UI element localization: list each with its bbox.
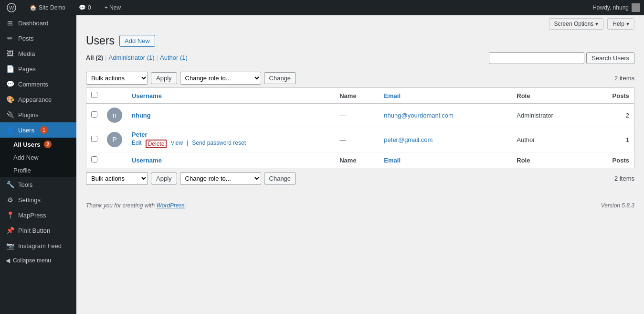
- sidebar-item-users[interactable]: 👤 Users 1: [0, 122, 76, 138]
- peter-email-link[interactable]: peter@gmail.com: [384, 136, 433, 143]
- posts-icon: ✏: [6, 34, 14, 42]
- email-sort-link[interactable]: Email: [384, 92, 401, 99]
- table-row: n nhung — nhung@yourdomani.com Administr…: [86, 104, 634, 127]
- peter-edit-link[interactable]: Edit: [132, 140, 142, 148]
- peter-name-link[interactable]: Peter: [132, 131, 148, 138]
- layout: ⊞ Dashboard ✏ Posts 🖼 Media 📄 Pages 💬 Co…: [0, 15, 644, 314]
- filter-links: All (2) | Administrator (1) | Author (1): [86, 54, 188, 61]
- sidebar-item-comments[interactable]: 💬 Comments: [0, 76, 76, 92]
- footer-thank-you: Thank you for creating with WordPress.: [86, 202, 186, 209]
- change-button-bottom[interactable]: Change: [264, 173, 296, 184]
- user-avatar-topbar[interactable]: [632, 3, 640, 12]
- select-all-checkbox[interactable]: [91, 92, 97, 98]
- chevron-down-icon: ▾: [595, 21, 598, 27]
- sidebar-item-plugins[interactable]: 🔌 Plugins: [0, 107, 76, 122]
- collapse-menu-button[interactable]: ◀ Collapse menu: [0, 253, 76, 268]
- th-avatar: [102, 88, 127, 104]
- apply-button-bottom[interactable]: Apply: [151, 173, 177, 184]
- sidebar-item-instagram[interactable]: 📷 Instagram Feed: [0, 238, 76, 253]
- help-button[interactable]: Help ▾: [607, 18, 634, 30]
- row-checkbox-peter: [86, 127, 103, 152]
- comments-sidebar-icon: 💬: [6, 80, 14, 88]
- th-name: Name: [335, 88, 379, 104]
- sidebar-item-settings[interactable]: ⚙ Settings: [0, 192, 76, 207]
- add-new-button[interactable]: Add New: [119, 35, 155, 47]
- appearance-icon: 🎨: [6, 96, 14, 103]
- sidebar-item-media[interactable]: 🖼 Media: [0, 46, 76, 61]
- change-role-select-top[interactable]: Change role to...: [180, 72, 261, 85]
- peter-delete-link[interactable]: Delete: [146, 140, 167, 148]
- sidebar-item-appearance[interactable]: 🎨 Appearance: [0, 92, 76, 107]
- top-bar-right: Howdy, nhung: [592, 3, 640, 12]
- sidebar-sub-item-profile[interactable]: Profile: [0, 164, 76, 177]
- search-users-input[interactable]: [489, 52, 584, 64]
- mappress-icon: 📍: [6, 211, 14, 219]
- apply-button-top[interactable]: Apply: [151, 72, 177, 84]
- sidebar-item-posts[interactable]: ✏ Posts: [0, 31, 76, 46]
- posts-nhung: 2: [590, 104, 634, 127]
- sidebar-item-pinit[interactable]: 📌 PinIt Button: [0, 223, 76, 238]
- site-name-link[interactable]: 🏠 Site Demo: [27, 4, 68, 11]
- instagram-icon: 📷: [6, 242, 14, 249]
- nhung-name-link[interactable]: nhung: [132, 112, 151, 119]
- role-peter: Author: [512, 127, 589, 152]
- users-table: Username Name Email Role Posts n: [86, 87, 634, 168]
- username-sort-link[interactable]: Username: [132, 92, 162, 99]
- filter-administrator[interactable]: Administrator (1): [109, 54, 155, 61]
- change-button-top[interactable]: Change: [264, 72, 296, 84]
- select-peter-checkbox[interactable]: [91, 136, 97, 142]
- th-posts: Posts: [590, 88, 634, 104]
- email-sort-link-bottom[interactable]: Email: [384, 157, 401, 164]
- screen-options-button[interactable]: Screen Options ▾: [549, 18, 604, 30]
- nhung-avatar: n: [107, 108, 122, 123]
- sidebar-sub-item-all-users[interactable]: All Users 2: [0, 138, 76, 151]
- change-role-select-bottom[interactable]: Change role to...: [180, 172, 261, 185]
- wp-logo-button[interactable]: W: [4, 3, 19, 12]
- bulk-actions-select-top[interactable]: Bulk actions: [86, 72, 148, 85]
- peter-send-password-link[interactable]: Send password reset: [192, 140, 246, 148]
- peter-view-link[interactable]: View: [170, 140, 183, 148]
- peter-row-actions: Edit Delete View | Send password reset: [132, 140, 330, 148]
- home-icon: 🏠: [30, 4, 37, 11]
- select-nhung-checkbox[interactable]: [91, 111, 97, 118]
- top-bar-left: W 🏠 Site Demo 💬 0 + New: [4, 3, 124, 12]
- sidebar-item-pages[interactable]: 📄 Pages: [0, 61, 76, 76]
- nhung-email-link[interactable]: nhung@yourdomani.com: [384, 112, 453, 119]
- filter-all[interactable]: All (2): [86, 54, 103, 61]
- name-peter: —: [335, 127, 379, 152]
- users-submenu: All Users 2 Add New Profile: [0, 138, 76, 177]
- posts-peter: 1: [590, 127, 634, 152]
- wordpress-link[interactable]: WordPress: [156, 202, 184, 209]
- screen-options-bar: Screen Options ▾ Help ▾: [76, 15, 644, 30]
- table-footer-row: Username Name Email Role Posts: [86, 152, 634, 168]
- email-peter: peter@gmail.com: [379, 127, 512, 152]
- media-icon: 🖼: [6, 50, 14, 57]
- tools-icon: 🔧: [6, 181, 14, 188]
- page-title: Users: [86, 34, 115, 47]
- username-sort-link-bottom[interactable]: Username: [132, 157, 162, 164]
- search-users-area: Search Users: [489, 52, 634, 64]
- tablenav-bottom: Bulk actions Apply Change role to... Cha…: [86, 172, 634, 185]
- sidebar-item-mappress[interactable]: 📍 MapPress: [0, 207, 76, 223]
- items-count-top: 2 items: [614, 75, 634, 82]
- new-content-button[interactable]: + New: [102, 4, 124, 11]
- filter-author[interactable]: Author (1): [160, 54, 188, 61]
- select-all-checkbox-bottom[interactable]: [91, 156, 97, 162]
- content-area: Users Add New All (2) | Administrator (1…: [76, 30, 644, 197]
- sidebar: ⊞ Dashboard ✏ Posts 🖼 Media 📄 Pages 💬 Co…: [0, 15, 76, 314]
- peter-avatar: P: [107, 132, 122, 147]
- bulk-actions-select-bottom[interactable]: Bulk actions: [86, 172, 148, 185]
- sidebar-item-tools[interactable]: 🔧 Tools: [0, 177, 76, 192]
- plugins-icon: 🔌: [6, 111, 14, 119]
- avatar-nhung: n: [102, 104, 127, 127]
- pages-icon: 📄: [6, 65, 14, 73]
- select-all-header: [86, 88, 103, 104]
- comments-link[interactable]: 💬 0: [76, 4, 94, 11]
- sidebar-sub-item-add-new[interactable]: Add New: [0, 151, 76, 164]
- sep1: |: [187, 140, 188, 148]
- footer-version: Version 5.8.3: [601, 202, 634, 209]
- search-users-button[interactable]: Search Users: [586, 52, 634, 64]
- row-checkbox-nhung: [86, 104, 103, 127]
- users-badge: 1: [40, 126, 48, 134]
- sidebar-item-dashboard[interactable]: ⊞ Dashboard: [0, 15, 76, 31]
